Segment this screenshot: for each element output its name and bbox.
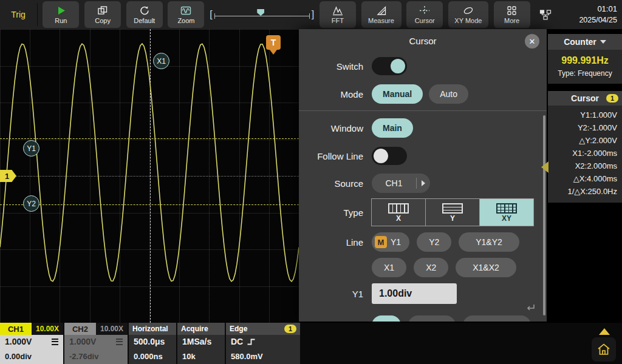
switch-label: Switch bbox=[307, 61, 363, 72]
cursor-y1-badge[interactable]: Y1 bbox=[23, 140, 39, 157]
trigger-status-label[interactable]: Trig bbox=[5, 10, 32, 19]
line-row-1: Line M Y1 Y2 Y1&Y2 bbox=[307, 232, 535, 252]
counter-header[interactable]: Counter bbox=[548, 34, 622, 50]
more-button[interactable]: More bbox=[494, 1, 530, 28]
window-row: Window Main bbox=[307, 118, 535, 138]
ch1-name: CH1 bbox=[0, 323, 32, 335]
ch1-waveform-trace bbox=[0, 29, 299, 323]
clipped-option-pill[interactable] bbox=[463, 315, 531, 322]
source-label: Source bbox=[307, 178, 363, 189]
trigger-position-pointer bbox=[270, 50, 277, 58]
y1-value-input[interactable]: 1.00div bbox=[372, 283, 457, 304]
clipped-option-pill[interactable] bbox=[372, 315, 401, 322]
counter-type-label: Type: bbox=[558, 69, 575, 78]
cursor-y2-badge[interactable]: Y2 bbox=[23, 195, 39, 212]
right-sidebar: Counter 999.991Hz Type: Frequency Cursor… bbox=[548, 29, 622, 323]
measure-button[interactable]: Measure bbox=[361, 1, 402, 28]
ch1-scale: 1.000V bbox=[5, 337, 32, 346]
mode-auto-button[interactable]: Auto bbox=[429, 84, 468, 104]
cursor-crosshair-icon bbox=[419, 5, 430, 16]
counter-panel: Counter 999.991Hz Type: Frequency bbox=[548, 34, 622, 84]
run-label: Run bbox=[55, 18, 67, 24]
xy-ellipse-icon bbox=[463, 5, 474, 16]
fft-spectrum-icon bbox=[332, 5, 343, 16]
cursor-value-inv-dx: 1/△X:250.0Hz bbox=[553, 185, 617, 198]
expand-up-icon[interactable] bbox=[599, 328, 610, 335]
top-toolbar: Trig Run Copy Default bbox=[0, 0, 622, 29]
ch2-status-block[interactable]: CH2 10.00X 1.000V -2.76div bbox=[64, 323, 128, 364]
clipped-row bbox=[307, 315, 535, 322]
fft-button[interactable]: FFT bbox=[320, 1, 356, 28]
acquire-status-block[interactable]: Acquire 1MSa/s 10k bbox=[177, 323, 225, 364]
y1-field-label: Y1 bbox=[307, 289, 363, 299]
delay-value: 0.000ns bbox=[134, 352, 171, 360]
cursor-readout-header[interactable]: Cursor 1 bbox=[548, 91, 622, 106]
switch-row: Switch bbox=[307, 56, 535, 76]
dialog-scrollbar[interactable] bbox=[543, 115, 545, 315]
xy-mode-button[interactable]: XY Mode bbox=[448, 1, 488, 28]
dialog-divider bbox=[299, 110, 547, 111]
type-x-button[interactable]: X bbox=[371, 198, 426, 226]
line-x1-button[interactable]: X1 bbox=[372, 258, 406, 277]
line-y1-button[interactable]: M Y1 bbox=[372, 232, 409, 252]
oscilloscope-screen: Trig Run Copy Default bbox=[0, 0, 622, 364]
line-y2-button[interactable]: Y2 bbox=[417, 232, 451, 252]
horizontal-position-indicator[interactable]: [ ] bbox=[210, 1, 314, 28]
line-label: Line bbox=[307, 237, 363, 248]
line-x2-button[interactable]: X2 bbox=[414, 258, 448, 277]
cursor-readout-title: Cursor bbox=[571, 93, 599, 103]
y1-value-row: Y1 1.00div bbox=[307, 283, 535, 304]
default-label: Default bbox=[134, 18, 155, 24]
cursor-button[interactable]: Cursor bbox=[406, 1, 443, 28]
ch1-coupling-icon bbox=[52, 339, 58, 345]
ch2-name: CH2 bbox=[64, 323, 96, 335]
counter-type-value: Frequency bbox=[578, 69, 612, 78]
waveform-display[interactable]: X1 Y1 Y2 T 1 bbox=[0, 29, 299, 323]
ch2-scale: 1.000V bbox=[69, 337, 96, 346]
cursor-value-x1: X1:-2.000ms bbox=[553, 147, 617, 160]
type-xy-button[interactable]: XY bbox=[479, 198, 534, 226]
expand-arrow-icon bbox=[417, 180, 430, 186]
trigger-position-marker[interactable]: T bbox=[266, 35, 281, 50]
cursor-values: Y1:1.000V Y2:-1.000V △Y:2.000V X1:-2.000… bbox=[548, 106, 622, 203]
line-x1x2-button[interactable]: X1&X2 bbox=[456, 258, 516, 277]
mode-manual-button[interactable]: Manual bbox=[372, 84, 423, 104]
follow-line-toggle[interactable] bbox=[372, 147, 407, 165]
cursor-x1-badge[interactable]: X1 bbox=[153, 53, 169, 69]
zoom-button[interactable]: Zoom bbox=[168, 1, 204, 28]
home-button[interactable] bbox=[592, 337, 616, 362]
ch2-probe-ratio: 10.00X bbox=[96, 323, 128, 335]
measure-label: Measure bbox=[368, 18, 394, 24]
cursor-value-x2: X2:2.000ms bbox=[553, 160, 617, 172]
clipped-option-pill[interactable] bbox=[408, 315, 456, 322]
mode-row: Mode Manual Auto bbox=[307, 84, 535, 104]
network-icon[interactable] bbox=[535, 1, 556, 28]
ch1-status-block[interactable]: CH1 10.00X 1.000V 0.00div bbox=[0, 323, 63, 364]
cursor-value-dx: △X:4.000ms bbox=[553, 172, 617, 185]
return-icon[interactable] bbox=[525, 302, 537, 314]
line-y1-label: Y1 bbox=[391, 237, 401, 247]
cursor-dialog: Cursor ✕ Switch Mode Manual Auto Window … bbox=[299, 29, 547, 322]
more-label: More bbox=[504, 18, 519, 24]
source-select[interactable]: CH1 bbox=[372, 174, 430, 193]
dialog-title: Cursor bbox=[299, 36, 547, 46]
trigger-status-block[interactable]: Edge 1 DC 580.0mV bbox=[226, 323, 300, 364]
copy-button[interactable]: Copy bbox=[84, 1, 121, 28]
cursor-count-badge: 1 bbox=[606, 94, 618, 103]
default-button[interactable]: Default bbox=[126, 1, 163, 28]
run-button[interactable]: Run bbox=[43, 1, 79, 28]
type-y-button[interactable]: Y bbox=[425, 198, 480, 226]
close-icon[interactable]: ✕ bbox=[525, 34, 539, 49]
xy-mode-label: XY Mode bbox=[454, 18, 482, 24]
line-y1y2-button[interactable]: Y1&Y2 bbox=[459, 232, 519, 252]
trigger-source-badge: 1 bbox=[284, 325, 296, 333]
position-line bbox=[214, 16, 310, 16]
zoom-wave-icon bbox=[180, 5, 191, 16]
position-track[interactable] bbox=[214, 1, 310, 28]
trigger-coupling: DC bbox=[231, 337, 243, 346]
horizontal-status-block[interactable]: Horizontal 500.0μs 0.000ns bbox=[129, 323, 176, 364]
trigger-position-pointer-icon[interactable] bbox=[257, 9, 264, 16]
follow-line-label: Follow Line bbox=[307, 151, 363, 161]
window-main-button[interactable]: Main bbox=[372, 118, 413, 138]
cursor-switch-toggle[interactable] bbox=[372, 57, 407, 75]
